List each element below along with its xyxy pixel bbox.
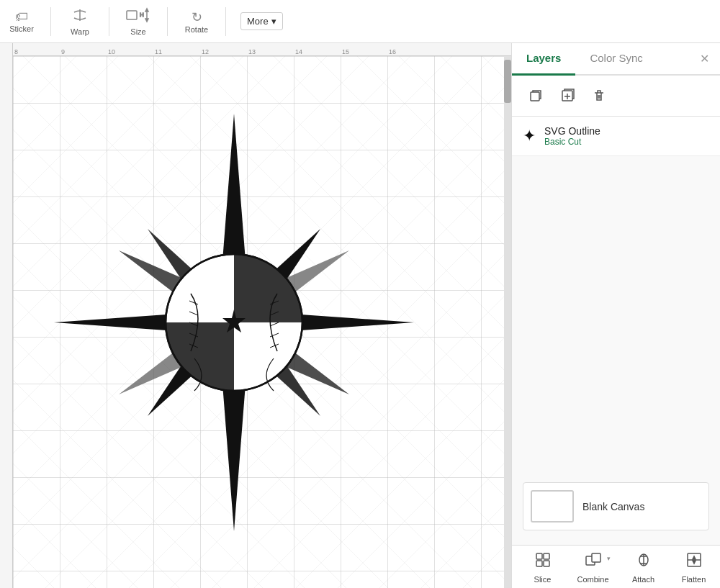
panel-bottom-toolbar: Slice Combine ▾	[512, 545, 720, 588]
attach-icon	[634, 551, 653, 574]
tab-layers[interactable]: Layers	[512, 43, 575, 76]
grid-background	[13, 56, 504, 588]
scrollbar-thumb[interactable]	[504, 60, 511, 103]
size-icon: H	[124, 6, 153, 27]
layer-star-icon: ✦	[523, 127, 536, 145]
panel-tabs: Layers Color Sync ✕	[512, 43, 720, 76]
panel-spacer	[512, 156, 720, 468]
ruler-marks: 8 9 10 11 12 13 14 15 16	[13, 48, 434, 55]
ruler-left	[0, 43, 13, 588]
canvas-area[interactable]: 8 9 10 11 12 13 14 15 16	[0, 43, 511, 588]
ruler-mark: 9	[60, 48, 107, 55]
ruler-mark: 14	[294, 48, 341, 55]
ruler-mark: 12	[200, 48, 247, 55]
vertical-scrollbar[interactable]	[504, 56, 511, 588]
tab-color-sync[interactable]: Color Sync	[575, 43, 657, 76]
add-layer-button[interactable]	[554, 83, 580, 109]
right-panel: Layers Color Sync ✕	[511, 43, 720, 588]
ruler-top: 8 9 10 11 12 13 14 15 16	[0, 43, 511, 56]
size-tool[interactable]: H Size	[124, 6, 153, 36]
ruler-mark: 11	[153, 48, 200, 55]
sticker-tool[interactable]: 🏷 Sticker	[7, 9, 36, 33]
svg-rect-38	[536, 553, 542, 559]
more-button[interactable]: More ▾	[240, 12, 283, 30]
divider-1	[50, 7, 51, 36]
combine-button[interactable]: Combine ▾	[570, 549, 616, 585]
combine-arrow-icon: ▾	[607, 555, 611, 562]
ruler-mark: 10	[107, 48, 153, 55]
flatten-icon	[685, 551, 703, 574]
compass-star-svg	[43, 107, 425, 538]
svg-rect-40	[536, 561, 542, 566]
divider-2	[109, 7, 109, 36]
divider-3	[167, 7, 168, 36]
slice-button[interactable]: Slice	[519, 549, 566, 585]
delete-layer-button[interactable]	[586, 83, 612, 109]
canvas-content	[13, 56, 504, 588]
svg-rect-43	[592, 553, 600, 562]
rotate-icon: ↻	[192, 9, 202, 25]
duplicate-layer-button[interactable]	[523, 83, 549, 109]
divider-4	[225, 7, 226, 36]
ruler-mark: 15	[341, 48, 387, 55]
svg-marker-47	[693, 556, 696, 559]
ruler-mark: 16	[387, 48, 434, 55]
svg-rect-32	[531, 92, 539, 101]
top-toolbar: 🏷 Sticker Warp H Size ↻ Rotate	[0, 0, 720, 43]
ruler-mark: 13	[247, 48, 294, 55]
svg-text:H: H	[140, 12, 144, 18]
more-chevron-icon: ▾	[271, 16, 276, 27]
panel-toolbar	[512, 76, 720, 117]
blank-canvas-thumbnail	[531, 490, 574, 523]
svg-rect-1	[127, 11, 137, 19]
sticker-icon: 🏷	[15, 9, 28, 24]
attach-button[interactable]: Attach	[620, 549, 667, 585]
main-area: 8 9 10 11 12 13 14 15 16	[0, 43, 720, 588]
rotate-tool[interactable]: ↻ Rotate	[182, 9, 211, 34]
combine-icon	[584, 551, 603, 574]
svg-marker-5	[145, 19, 148, 22]
flatten-button[interactable]: Flatten	[670, 549, 717, 585]
svg-rect-39	[544, 553, 549, 559]
layer-info: SVG Outline Basic Cut	[544, 125, 709, 147]
warp-icon	[71, 6, 89, 27]
svg-rect-41	[544, 561, 549, 566]
svg-marker-48	[693, 561, 696, 564]
blank-canvas-section[interactable]: Blank Canvas	[523, 482, 709, 530]
svg-marker-4	[145, 9, 148, 12]
panel-close-button[interactable]: ✕	[689, 43, 720, 74]
ruler-mark: 8	[13, 48, 60, 55]
warp-tool[interactable]: Warp	[66, 6, 94, 36]
slice-icon	[534, 551, 552, 574]
layer-item[interactable]: ✦ SVG Outline Basic Cut	[512, 117, 720, 156]
